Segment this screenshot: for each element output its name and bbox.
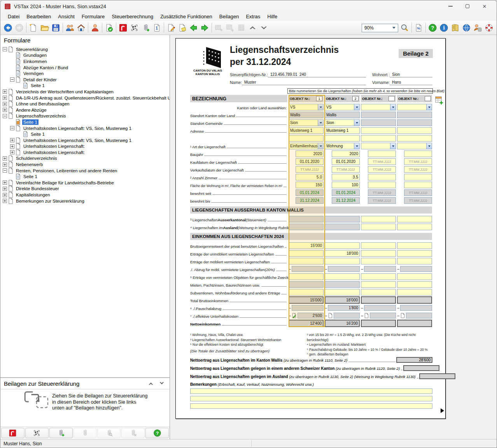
form-field[interactable] bbox=[397, 224, 432, 230]
form-field[interactable] bbox=[361, 258, 396, 264]
chevron-down-icon[interactable] bbox=[354, 104, 359, 110]
form-field[interactable] bbox=[404, 150, 432, 157]
toolbar-info-button[interactable]: i bbox=[438, 22, 450, 33]
tree-expander-minus-icon[interactable] bbox=[3, 168, 7, 173]
tree-expander-plus-icon[interactable] bbox=[3, 180, 7, 185]
form-field[interactable] bbox=[325, 135, 360, 142]
zoom-level-select[interactable]: 90% bbox=[362, 24, 398, 32]
close-button[interactable]: ✕ bbox=[482, 4, 487, 9]
tree-item-seite-1[interactable]: Seite 1 bbox=[2, 119, 170, 125]
menu-formulare[interactable]: Formulare bbox=[78, 13, 108, 20]
tree-item-l-hne-und-berufsauslagen[interactable]: Löhne und Berufsauslagen bbox=[2, 101, 170, 107]
chevron-down-icon[interactable] bbox=[354, 120, 359, 126]
tree-item-andere-abz-ge[interactable]: Andere Abzüge bbox=[2, 107, 170, 113]
form-field[interactable] bbox=[361, 127, 396, 134]
tree-item-seite-1[interactable]: Seite 1 bbox=[2, 131, 170, 137]
attachments-dropzone[interactable]: Ziehen Sie die Beilagen zur Steuererklär… bbox=[0, 389, 170, 427]
tree-item-direkte-bundessteuer[interactable]: Direkte Bundessteuer bbox=[2, 186, 170, 192]
form-field[interactable] bbox=[325, 258, 360, 264]
menu-steuerberechnung[interactable]: Steuerberechnung bbox=[108, 13, 157, 20]
toolbar-zoom-search-button[interactable] bbox=[399, 22, 410, 33]
form-field[interactable] bbox=[361, 135, 396, 142]
form-field[interactable] bbox=[397, 250, 432, 257]
toolbar-globe-online-button[interactable] bbox=[461, 22, 472, 33]
tree-item-nebenerwerb[interactable]: Nebenerwerb bbox=[2, 161, 170, 168]
form-field[interactable] bbox=[397, 135, 432, 142]
chevron-down-icon[interactable] bbox=[390, 104, 396, 110]
tree-item-unterhaltskosten-liegenschaft-vs-sion-mu[interactable]: Unterhaltskosten Liegenschaft: VS, Sion,… bbox=[2, 125, 170, 131]
tree-expander-plus-icon[interactable] bbox=[3, 199, 7, 203]
panel-collapse-down-icon[interactable] bbox=[158, 380, 166, 387]
toolbar-move-down-button[interactable] bbox=[258, 22, 270, 33]
form-field[interactable]: 15'000 bbox=[289, 242, 324, 249]
tree-expander-plus-icon[interactable] bbox=[3, 89, 7, 94]
form-field[interactable] bbox=[325, 289, 360, 296]
remarks-input[interactable] bbox=[190, 388, 432, 394]
form-field[interactable] bbox=[289, 135, 324, 142]
attachments-vstax-transfer-button[interactable] bbox=[1, 428, 24, 438]
form-field[interactable] bbox=[289, 250, 324, 257]
object-number-field[interactable]: 2 bbox=[352, 96, 359, 101]
toolbar-new-document-button[interactable] bbox=[28, 22, 39, 33]
form-field[interactable]: 18'000 bbox=[325, 250, 360, 257]
form-field[interactable] bbox=[289, 289, 324, 296]
toolbar-barcode-scan-button[interactable] bbox=[129, 22, 140, 33]
form-field[interactable] bbox=[361, 224, 396, 230]
form-field[interactable]: 01.01.2020 bbox=[296, 158, 324, 165]
form-field[interactable]: TT.MM.JJJJ bbox=[404, 158, 432, 165]
form-field[interactable] bbox=[289, 273, 324, 280]
toolbar-form-check-button[interactable] bbox=[103, 22, 115, 33]
chevron-down-icon[interactable] bbox=[426, 104, 432, 110]
tree-expander-plus-icon[interactable] bbox=[3, 193, 7, 197]
tree-expander-plus-icon[interactable] bbox=[10, 144, 14, 149]
maximize-button[interactable] bbox=[465, 4, 470, 9]
form-field[interactable]: TT.MM.JJJJ bbox=[296, 166, 324, 173]
tree-expander-plus-icon[interactable] bbox=[3, 187, 7, 191]
minimize-button[interactable] bbox=[448, 4, 453, 9]
tree-item-seite-1[interactable]: Seite 1 bbox=[2, 83, 170, 89]
form-field[interactable] bbox=[361, 273, 396, 280]
object-number-field[interactable] bbox=[388, 96, 395, 101]
chevron-down-icon[interactable] bbox=[390, 143, 396, 149]
tree-item-kapitalleistungen[interactable]: Kapitalleistungen bbox=[2, 192, 170, 198]
tree-expander-minus-icon[interactable] bbox=[3, 114, 7, 118]
toolbar-form-edit-button[interactable] bbox=[165, 22, 177, 33]
tree-expander-minus-icon[interactable] bbox=[3, 47, 7, 51]
object-number-field[interactable]: 1 bbox=[316, 96, 322, 101]
form-field[interactable] bbox=[397, 242, 432, 249]
toolbar-support-ring-button[interactable] bbox=[483, 22, 495, 33]
form-field[interactable] bbox=[368, 150, 396, 157]
attachments-attachment-add-button[interactable] bbox=[49, 428, 73, 438]
detail-sheet-icon[interactable] bbox=[364, 313, 369, 318]
attachments-barcode-scan-button[interactable] bbox=[25, 428, 49, 438]
form-field[interactable]: 5.0 bbox=[296, 174, 324, 180]
form-field[interactable]: Musterweg 1 bbox=[325, 127, 360, 134]
form-field[interactable] bbox=[404, 182, 432, 188]
tree-expander-minus-icon[interactable] bbox=[10, 77, 14, 82]
form-field[interactable] bbox=[361, 216, 396, 222]
form-field[interactable]: 100 bbox=[332, 182, 360, 188]
form-field[interactable]: TT.MM.JJJJ bbox=[404, 166, 432, 173]
form-field[interactable] bbox=[368, 182, 396, 188]
menu-zus-tzliche-funktionen[interactable]: Zusätzliche Funktionen bbox=[157, 13, 216, 20]
form-field[interactable]: 2020 bbox=[296, 150, 324, 157]
tree-expander-minus-icon[interactable] bbox=[10, 126, 14, 130]
form-field[interactable] bbox=[361, 281, 396, 288]
chevron-down-icon[interactable] bbox=[318, 143, 323, 149]
chevron-down-icon[interactable] bbox=[354, 143, 359, 149]
tree-item-vereinfachte-beilage-f-r-landwirtschafts[interactable]: Vereinfachte Beilage für Landwirtschafts… bbox=[2, 180, 170, 186]
add-object-button[interactable] bbox=[435, 96, 444, 105]
toolbar-tax-contact-button[interactable] bbox=[472, 22, 483, 33]
tree-expander-plus-icon[interactable] bbox=[3, 96, 7, 100]
detail-sheet-icon[interactable] bbox=[328, 313, 333, 318]
tax-number-value[interactable]: 123.456.789.01 240 bbox=[268, 72, 366, 77]
tree-item-unterhaltskosten-liegenschaft-vs-sion-mu[interactable]: Unterhaltskosten Liegenschaft: VS, Sion,… bbox=[2, 137, 170, 144]
toolbar-form-note-button[interactable] bbox=[177, 22, 188, 33]
menu-datei[interactable]: Datei bbox=[4, 13, 23, 20]
next-page-button[interactable] bbox=[439, 408, 445, 413]
object-number-field[interactable] bbox=[425, 96, 431, 101]
toolbar-wegleitung-book-button[interactable] bbox=[450, 22, 461, 33]
tree-expander-plus-icon[interactable] bbox=[3, 108, 7, 112]
chevron-down-icon[interactable] bbox=[318, 120, 323, 126]
tree-expander-plus-icon[interactable] bbox=[3, 102, 7, 106]
